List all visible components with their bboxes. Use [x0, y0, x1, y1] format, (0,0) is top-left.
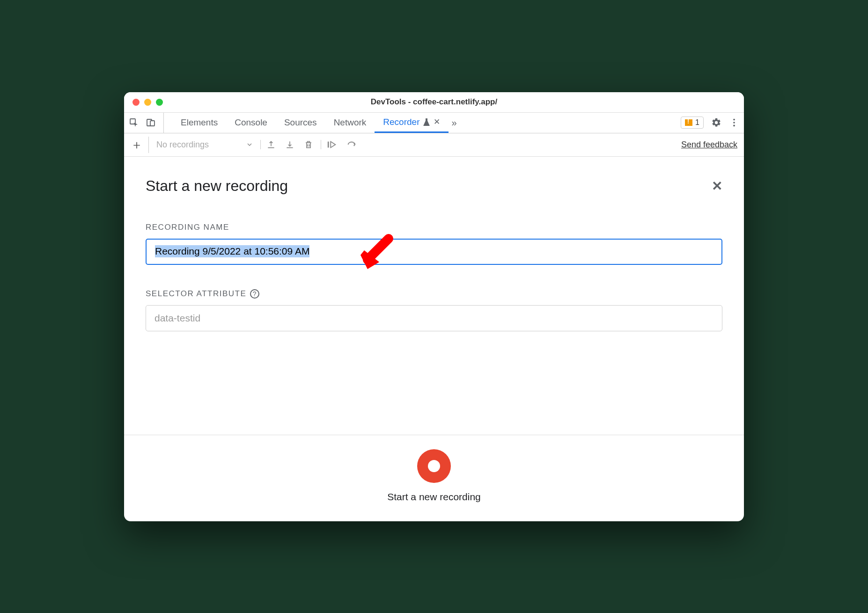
titlebar: DevTools - coffee-cart.netlify.app/ — [124, 92, 744, 113]
inspect-element-icon[interactable] — [129, 117, 139, 128]
tab-network[interactable]: Network — [325, 113, 375, 133]
close-panel-button[interactable]: ✕ — [712, 178, 722, 194]
maximize-window-button[interactable] — [156, 99, 163, 106]
recordings-dropdown[interactable]: No recordings — [156, 140, 253, 150]
recorder-toolbar: ＋ No recordings Send feedback — [124, 133, 744, 157]
window-title: DevTools - coffee-cart.netlify.app/ — [124, 97, 744, 107]
chevron-down-icon — [246, 141, 253, 148]
import-icon[interactable] — [285, 140, 294, 149]
close-tab-icon[interactable]: ✕ — [434, 117, 440, 127]
more-tabs-button[interactable]: » — [451, 117, 456, 128]
svg-rect-2 — [150, 121, 154, 126]
tab-recorder[interactable]: Recorder ✕ — [375, 113, 449, 133]
svg-point-5 — [733, 125, 735, 127]
warning-icon — [685, 119, 692, 126]
recording-name-label: RECORDING NAME — [146, 223, 722, 232]
delete-icon[interactable] — [304, 140, 313, 149]
tabs-row: Elements Console Sources Network Recorde… — [124, 113, 744, 133]
devtools-window: DevTools - coffee-cart.netlify.app/ Elem… — [124, 92, 744, 521]
export-icon[interactable] — [266, 140, 276, 149]
traffic-lights — [124, 99, 163, 106]
svg-rect-6 — [328, 142, 329, 148]
more-menu-icon[interactable] — [729, 117, 739, 128]
record-icon — [428, 460, 440, 472]
replay-icon[interactable] — [346, 140, 357, 149]
issues-badge[interactable]: 1 — [681, 117, 704, 129]
tab-console[interactable]: Console — [226, 113, 276, 133]
close-window-button[interactable] — [132, 99, 140, 106]
start-recording-button[interactable] — [417, 449, 451, 483]
settings-icon[interactable] — [711, 117, 721, 128]
svg-point-3 — [733, 119, 735, 121]
help-icon[interactable]: ? — [250, 289, 259, 299]
recording-name-input[interactable] — [146, 239, 722, 265]
send-feedback-link[interactable]: Send feedback — [681, 140, 737, 150]
main-content: Start a new recording ✕ RECORDING NAME R… — [124, 157, 744, 521]
tab-elements[interactable]: Elements — [172, 113, 226, 133]
selector-attribute-label: SELECTOR ATTRIBUTE ? — [146, 289, 722, 299]
svg-point-4 — [733, 122, 735, 124]
footer: Start a new recording — [124, 435, 744, 521]
tab-sources[interactable]: Sources — [276, 113, 325, 133]
device-toggle-icon[interactable] — [146, 117, 156, 128]
page-title: Start a new recording — [146, 177, 288, 195]
minimize-window-button[interactable] — [144, 99, 151, 106]
selector-attribute-input[interactable] — [146, 305, 722, 331]
start-recording-label: Start a new recording — [387, 491, 481, 503]
flask-icon — [423, 118, 430, 126]
new-recording-button[interactable]: ＋ — [131, 137, 149, 153]
step-icon[interactable] — [327, 140, 337, 149]
